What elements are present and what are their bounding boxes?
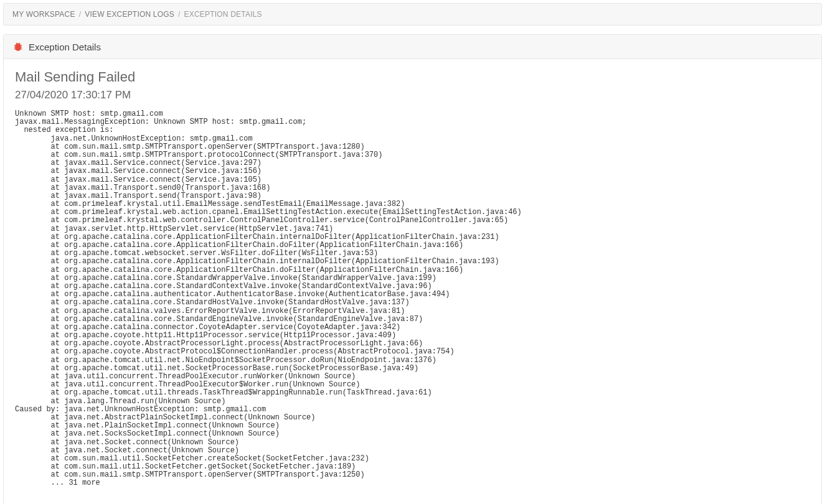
- breadcrumb-current: EXCEPTION DETAILS: [184, 10, 262, 19]
- exception-panel: Exception Details Mail Sending Failed 27…: [3, 34, 822, 504]
- breadcrumb: MY WORKSPACE / VIEW EXCEPTION LOGS / EXC…: [3, 3, 822, 26]
- breadcrumb-separator: /: [79, 10, 82, 19]
- exception-timestamp: 27/04/2020 17:30:17 PM: [15, 89, 810, 101]
- breadcrumb-link-exception-logs[interactable]: VIEW EXCEPTION LOGS: [85, 10, 174, 19]
- stack-trace: Unknown SMTP host: smtp.gmail.com javax.…: [15, 110, 810, 488]
- panel-title: Exception Details: [29, 42, 101, 52]
- panel-body: Mail Sending Failed 27/04/2020 17:30:17 …: [4, 59, 821, 504]
- breadcrumb-link-workspace[interactable]: MY WORKSPACE: [12, 10, 75, 19]
- bug-icon: [12, 41, 24, 52]
- panel-header: Exception Details: [4, 35, 821, 59]
- exception-title: Mail Sending Failed: [15, 69, 810, 85]
- breadcrumb-separator: /: [178, 10, 181, 19]
